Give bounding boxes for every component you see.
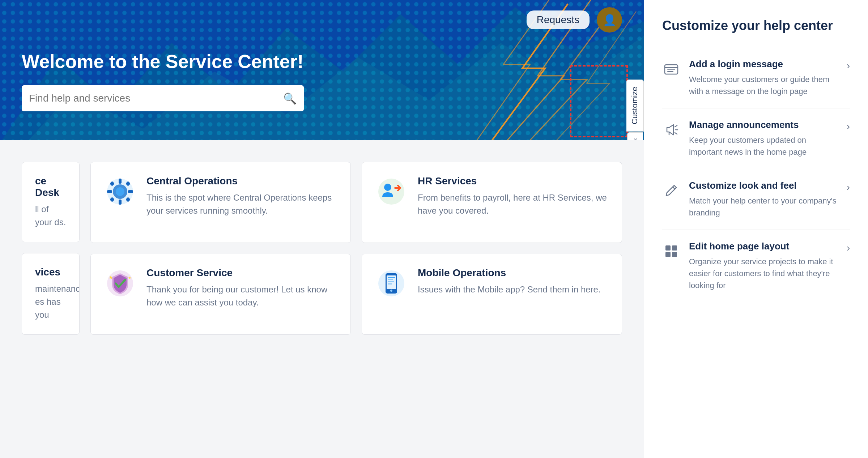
user-avatar[interactable]: 👤 [597, 7, 622, 33]
look-and-feel-arrow: › [847, 181, 850, 193]
mobile-operations-icon [375, 267, 408, 300]
svg-rect-40 [672, 252, 677, 257]
hero-top-bar: Requests 👤 [527, 7, 622, 33]
svg-point-27 [390, 290, 392, 292]
sidebar-item-home-page-layout[interactable]: Edit home page layout Organize your serv… [662, 230, 850, 302]
announcements-content: Manage announcements Keep your customers… [689, 119, 838, 158]
announcements-arrow: › [847, 121, 850, 132]
home-page-layout-desc: Organize your service projects to make i… [689, 256, 838, 291]
svg-point-15 [378, 179, 404, 205]
partial-cards-column: ce Desk ll of your ds. vices maintenance… [22, 162, 80, 335]
svg-line-34 [675, 133, 677, 134]
mobile-operations-info: Mobile Operations Issues with the Mobile… [418, 267, 609, 296]
search-input[interactable] [29, 93, 283, 104]
hr-services-desc: From benefits to payroll, here at HR Ser… [418, 191, 609, 217]
sidebar-item-login-message[interactable]: Add a login message Welcome your custome… [662, 48, 850, 108]
svg-rect-8 [119, 200, 122, 205]
customize-tab: Customize × [626, 80, 644, 140]
look-and-feel-title: Customize look and feel [689, 180, 838, 191]
home-page-layout-title: Edit home page layout [689, 241, 838, 252]
login-message-title: Add a login message [689, 59, 838, 70]
service-card-hr-services[interactable]: HR Services From benefits to payroll, he… [362, 162, 622, 243]
svg-rect-38 [672, 245, 677, 251]
svg-rect-25 [388, 281, 394, 282]
mobile-operations-desc: Issues with the Mobile app? Send them in… [418, 283, 609, 296]
mobile-operations-name: Mobile Operations [418, 267, 609, 279]
svg-text:★: ★ [109, 274, 113, 280]
login-message-content: Add a login message Welcome your custome… [689, 59, 838, 97]
svg-rect-26 [388, 283, 392, 284]
services-section: ce Desk ll of your ds. vices maintenance… [0, 140, 644, 458]
partial-card-0[interactable]: ce Desk ll of your ds. [22, 162, 80, 242]
home-page-layout-icon [662, 242, 680, 260]
service-card-mobile-operations[interactable]: Mobile Operations Issues with the Mobile… [362, 254, 622, 335]
service-card-customer-service[interactable]: ★ ★ Customer Service Thank you for being… [90, 254, 351, 335]
service-card-central-operations[interactable]: Central Operations This is the spot wher… [90, 162, 351, 243]
announcements-title: Manage announcements [689, 119, 838, 130]
partial-card-name-1: vices [35, 266, 66, 278]
customer-service-icon: ★ ★ [104, 267, 136, 300]
sidebar-item-look-and-feel[interactable]: Customize look and feel Match your help … [662, 169, 850, 230]
sidebar-title: Customize your help center [662, 18, 850, 33]
search-bar: 🔍 [22, 85, 304, 111]
look-and-feel-desc: Match your help center to your company's… [689, 195, 838, 219]
services-layout: ce Desk ll of your ds. vices maintenance… [22, 162, 622, 335]
customize-close-button[interactable]: × [627, 132, 643, 140]
svg-text:★: ★ [128, 276, 131, 280]
sidebar-item-announcements[interactable]: Manage announcements Keep your customers… [662, 108, 850, 169]
central-operations-icon [104, 175, 136, 208]
customize-tab-button[interactable]: Customize [626, 80, 644, 132]
svg-rect-24 [388, 279, 393, 280]
customer-service-desc: Thank you for being our customer! Let us… [146, 283, 337, 309]
announcements-icon [662, 121, 680, 139]
search-icon: 🔍 [283, 92, 297, 105]
home-page-layout-content: Edit home page layout Organize your serv… [689, 241, 838, 291]
svg-rect-10 [128, 190, 133, 193]
svg-rect-39 [665, 252, 671, 257]
hr-services-name: HR Services [418, 175, 609, 187]
central-operations-name: Central Operations [146, 175, 337, 187]
svg-line-32 [675, 125, 677, 127]
announcements-desc: Keep your customers updated on important… [689, 134, 838, 158]
hero-section: Requests 👤 Welcome to the Service Center… [0, 0, 644, 140]
svg-rect-9 [107, 190, 112, 193]
svg-rect-37 [665, 245, 671, 251]
login-message-desc: Welcome your customers or guide them wit… [689, 73, 838, 97]
partial-card-desc-1: maintenance, es has you [35, 282, 66, 321]
login-message-arrow: › [847, 60, 850, 72]
partial-card-desc-0: ll of your ds. [35, 203, 66, 229]
hr-services-icon [375, 175, 408, 208]
hr-services-info: HR Services From benefits to payroll, he… [418, 175, 609, 217]
partial-card-name-0: ce Desk [35, 175, 66, 198]
central-operations-desc: This is the spot where Central Operation… [146, 191, 337, 217]
partial-card-1[interactable]: vices maintenance, es has you [22, 253, 80, 335]
main-content: Requests 👤 Welcome to the Service Center… [0, 0, 644, 458]
svg-line-36 [673, 187, 675, 189]
services-grid: Central Operations This is the spot wher… [90, 162, 622, 335]
right-sidebar: Customize your help center Add a login m… [644, 0, 868, 458]
central-operations-info: Central Operations This is the spot wher… [146, 175, 337, 217]
svg-point-16 [384, 184, 391, 191]
customer-service-name: Customer Service [146, 267, 337, 279]
svg-point-6 [116, 187, 124, 196]
look-and-feel-icon [662, 181, 680, 200]
home-page-layout-arrow: › [847, 242, 850, 254]
customer-service-info: Customer Service Thank you for being our… [146, 267, 337, 309]
login-message-icon [662, 60, 680, 78]
svg-rect-7 [119, 179, 122, 184]
requests-button[interactable]: Requests [527, 10, 590, 29]
svg-rect-23 [388, 277, 395, 278]
hero-title: Welcome to the Service Center! [22, 51, 622, 72]
look-and-feel-content: Customize look and feel Match your help … [689, 180, 838, 219]
hero-content: Welcome to the Service Center! 🔍 [22, 51, 622, 111]
